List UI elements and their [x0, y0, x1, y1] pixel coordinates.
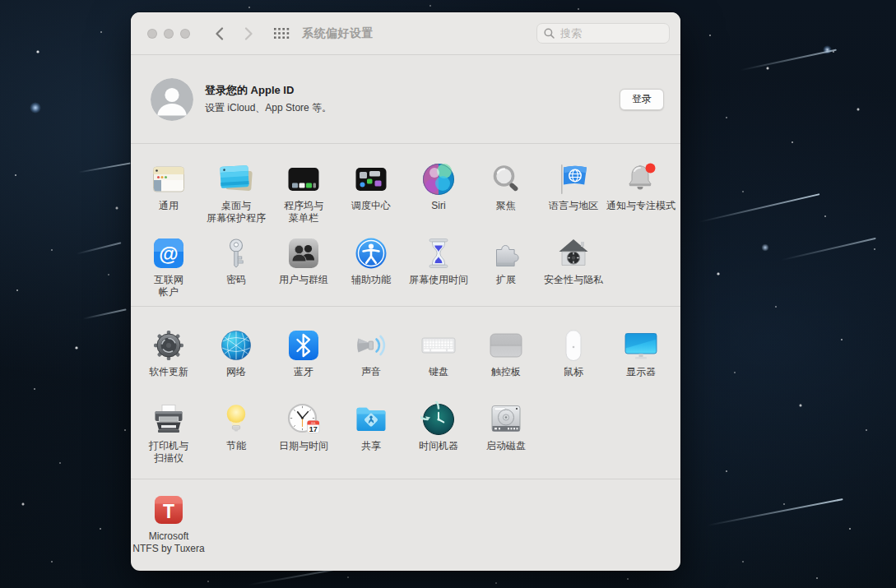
pref-item-printers-scanners[interactable]: 打印机与 扫描仪 — [135, 397, 202, 471]
keyboard-icon — [420, 326, 457, 364]
spotlight-icon — [487, 160, 525, 198]
security-privacy-icon — [555, 234, 592, 272]
login-button[interactable]: 登录 — [620, 89, 664, 110]
forward-chevron-icon — [244, 27, 253, 40]
users-groups-icon — [285, 234, 323, 272]
apple-id-section: 登录您的 Apple ID 设置 iCloud、App Store 等。 登录 — [131, 55, 680, 144]
language-region-icon — [555, 160, 592, 198]
desktop-screensaver-icon — [217, 160, 255, 198]
pref-item-accessibility[interactable]: 辅助功能 — [337, 231, 405, 305]
general-icon — [150, 160, 188, 198]
dock-menubar-icon — [285, 160, 323, 198]
user-silhouette-icon — [151, 78, 193, 121]
pref-item-sound[interactable]: 声音 — [337, 323, 405, 397]
preferences-row: 打印机与 扫描仪节能JUL17日期与时间共享时间机器启动磁盘 — [131, 397, 680, 471]
pref-item-displays[interactable]: 显示器 — [607, 323, 675, 397]
star-field — [0, 0, 2, 2]
avatar — [151, 78, 193, 121]
pref-item-label: 显示器 — [592, 366, 680, 378]
mouse-icon — [555, 326, 592, 364]
pref-item-energy-saver[interactable]: 节能 — [202, 397, 270, 471]
pref-item-time-machine[interactable]: 时间机器 — [405, 397, 472, 471]
pref-item-keyboard[interactable]: 键盘 — [405, 323, 472, 397]
printers-scanners-icon — [150, 400, 188, 438]
search-input[interactable] — [559, 26, 662, 40]
pref-item-passwords[interactable]: 密码 — [202, 231, 270, 305]
apple-id-text: 登录您的 Apple ID 设置 iCloud、App Store 等。 — [205, 83, 332, 115]
pref-item-mouse[interactable]: 鼠标 — [540, 323, 607, 397]
pref-item-bluetooth[interactable]: 蓝牙 — [270, 323, 337, 397]
traffic-lights — [147, 29, 190, 39]
mission-control-icon — [352, 160, 390, 198]
network-icon — [217, 326, 255, 364]
svg-text:@: @ — [159, 243, 178, 265]
back-button[interactable] — [208, 23, 230, 44]
pref-item-label: Microsoft NTFS by Tuxera — [131, 530, 217, 555]
energy-saver-icon — [217, 400, 255, 438]
apple-id-title: 登录您的 Apple ID — [205, 83, 332, 98]
meteor-streak — [781, 238, 875, 261]
meteor-streak — [82, 308, 126, 319]
preferences-row: @互联网 帐户密码用户与群组辅助功能屏幕使用时间扩展安全性与隐私 — [131, 231, 680, 305]
meteor-streak — [699, 193, 820, 222]
sharing-icon — [352, 400, 390, 438]
pref-item-users-groups[interactable]: 用户与群组 — [270, 231, 337, 305]
pref-item-label: 启动磁盘 — [457, 440, 555, 452]
extensions-icon — [487, 234, 525, 272]
software-update-icon — [150, 326, 188, 364]
tuxera-ntfs-icon: T — [150, 491, 188, 529]
pref-item-language-region[interactable]: 语言与地区 — [540, 157, 607, 231]
pref-item-date-time[interactable]: JUL17日期与时间 — [270, 397, 337, 471]
close-traffic-light[interactable] — [147, 29, 157, 39]
pref-item-siri[interactable]: Siri — [405, 157, 472, 231]
bright-star — [30, 102, 41, 113]
date-time-icon: JUL17 — [285, 400, 323, 438]
pref-item-security-privacy[interactable]: 安全性与隐私 — [540, 231, 607, 305]
pref-item-startup-disk[interactable]: 启动磁盘 — [472, 397, 540, 471]
pref-item-internet-accounts[interactable]: @互联网 帐户 — [135, 231, 202, 305]
sound-icon — [352, 326, 390, 364]
preferences-section-3: TMicrosoft NTFS by Tuxera — [131, 479, 680, 562]
back-chevron-icon — [215, 27, 224, 40]
startup-disk-icon — [487, 400, 525, 438]
meteor-streak — [707, 498, 843, 526]
pref-item-spotlight[interactable]: 聚焦 — [472, 157, 540, 231]
pref-item-notifications-focus[interactable]: 通知与专注模式 — [607, 157, 675, 231]
apple-id-subtitle: 设置 iCloud、App Store 等。 — [205, 101, 332, 115]
pref-item-extensions[interactable]: 扩展 — [472, 231, 540, 305]
show-all-button[interactable] — [274, 28, 290, 39]
preferences-row: TMicrosoft NTFS by Tuxera — [131, 488, 680, 562]
bluetooth-icon — [285, 326, 323, 364]
siri-icon — [420, 160, 457, 198]
displays-icon — [622, 326, 660, 364]
system-preferences-window: 系统偏好设置 登录您的 Apple ID 设置 iCloud、App Store… — [131, 12, 680, 571]
forward-button[interactable] — [238, 23, 259, 44]
preferences-row: 通用桌面与 屏幕保护程序程序坞与 菜单栏调度中心Siri聚焦语言与地区通知与专注… — [131, 157, 680, 231]
meteor-streak — [740, 49, 837, 72]
minimize-traffic-light[interactable] — [164, 29, 174, 39]
search-icon — [544, 28, 555, 39]
preferences-section-1: 通用桌面与 屏幕保护程序程序坞与 菜单栏调度中心Siri聚焦语言与地区通知与专注… — [131, 144, 680, 307]
pref-item-label: 安全性与隐私 — [525, 274, 622, 286]
pref-item-screen-time[interactable]: 屏幕使用时间 — [405, 231, 472, 305]
pref-item-software-update[interactable]: 软件更新 — [135, 323, 202, 397]
pref-item-dock-menubar[interactable]: 程序坞与 菜单栏 — [270, 157, 337, 231]
pref-item-trackpad[interactable]: 触控板 — [472, 323, 540, 397]
svg-text:17: 17 — [309, 425, 318, 433]
pref-item-tuxera-ntfs[interactable]: TMicrosoft NTFS by Tuxera — [135, 488, 202, 562]
show-all-grid-icon — [274, 28, 290, 39]
internet-accounts-icon: @ — [150, 234, 188, 272]
window-title: 系统偏好设置 — [302, 26, 374, 41]
screen-time-icon — [420, 234, 457, 272]
titlebar: 系统偏好设置 — [131, 12, 680, 55]
zoom-traffic-light[interactable] — [180, 29, 190, 39]
search-field[interactable] — [536, 23, 670, 44]
pref-item-sharing[interactable]: 共享 — [337, 397, 405, 471]
pref-item-network[interactable]: 网络 — [202, 323, 270, 397]
passwords-icon — [217, 234, 255, 272]
meteor-streak — [77, 242, 122, 254]
meteor-streak — [78, 162, 130, 173]
bright-star — [761, 243, 769, 252]
pref-item-mission-control[interactable]: 调度中心 — [337, 157, 405, 231]
preferences-section-2: 软件更新网络蓝牙声音键盘触控板鼠标显示器打印机与 扫描仪节能JUL17日期与时间… — [131, 307, 680, 479]
